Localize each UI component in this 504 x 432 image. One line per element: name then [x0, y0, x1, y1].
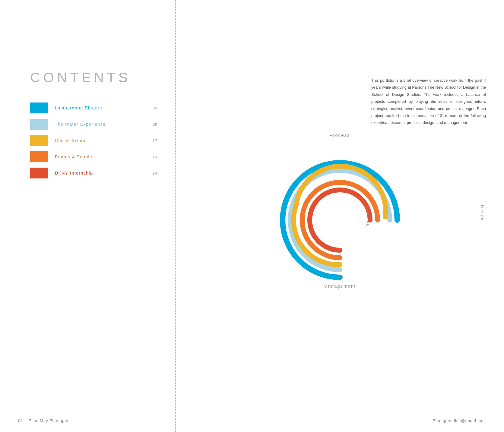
- toc-item-label: Pedals 4 People: [55, 154, 153, 159]
- footer-email: Flanaganelise@gmail.com: [433, 418, 486, 423]
- toc-color-swatch: [30, 151, 48, 162]
- toc-item-label: The Water Experience: [55, 122, 153, 127]
- chart-label-management: Management: [324, 283, 356, 289]
- toc-item: The Water Experience08: [30, 119, 157, 130]
- toc-item-page: 18: [153, 171, 157, 175]
- footer-left: 04 Elise May Flanagan: [18, 418, 68, 423]
- toc-item: Pedals 4 People16: [30, 151, 157, 162]
- intro-paragraph: This portfolio is a brief overview of cr…: [371, 77, 486, 126]
- toc-item-label: Clarus Group: [55, 138, 153, 143]
- toc-item-page: 12: [153, 138, 157, 143]
- toc-color-swatch: [30, 135, 48, 146]
- toc-item-label: Lamborghini Electric: [55, 106, 153, 110]
- page-left: CONTENTS Lamborghini Electric06The Water…: [0, 0, 175, 432]
- chart-label-design: Design: [480, 205, 484, 221]
- chart-label-research: Research: [366, 205, 370, 227]
- page-right: This portfolio is a brief overview of cr…: [176, 0, 504, 432]
- toc-item-page: 16: [153, 155, 157, 159]
- toc-color-swatch: [30, 168, 48, 178]
- toc-color-swatch: [30, 102, 48, 113]
- chart-svg: [268, 136, 412, 280]
- contents-title: CONTENTS: [30, 69, 131, 86]
- toc-item: Clarus Group12: [30, 135, 157, 146]
- toc-item-page: 08: [153, 122, 157, 127]
- toc-item: Lamborghini Electric06: [30, 102, 157, 113]
- footer-author-name: Elise May Flanagan: [28, 418, 68, 423]
- toc-list: Lamborghini Electric06The Water Experien…: [30, 102, 157, 184]
- toc-item: DKNY Internship18: [30, 168, 157, 178]
- radial-chart: [268, 136, 412, 280]
- toc-item-label: DKNY Internship: [55, 171, 153, 175]
- toc-color-swatch: [30, 119, 48, 130]
- footer-page-number: 04: [18, 418, 22, 423]
- toc-item-page: 06: [153, 106, 157, 110]
